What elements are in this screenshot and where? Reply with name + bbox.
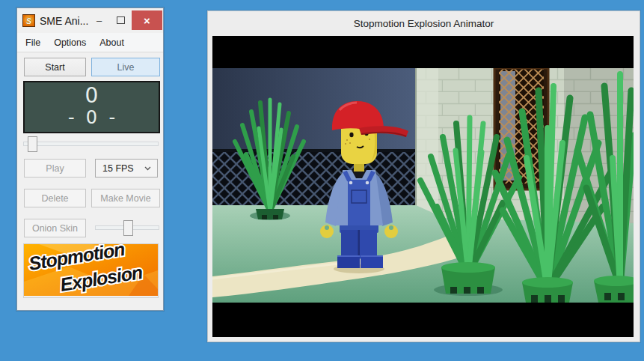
fps-select-value: 15 FPS xyxy=(96,163,144,174)
desktop: S SME Ani... – × File Options About Star… xyxy=(0,0,644,361)
delete-button[interactable]: Delete xyxy=(24,189,86,207)
make-movie-button[interactable]: Make Movie xyxy=(91,189,160,207)
menu-options[interactable]: Options xyxy=(47,33,93,52)
preview-window-title[interactable]: Stopmotion Explosion Animator xyxy=(208,11,640,36)
chevron-down-icon xyxy=(144,166,151,171)
menu-bar: File Options About xyxy=(17,33,163,52)
frame-counter-value: 0 xyxy=(25,84,159,108)
timeline-slider-thumb[interactable] xyxy=(28,136,37,152)
close-icon[interactable]: × xyxy=(132,10,162,30)
onion-skin-button[interactable]: Onion Skin xyxy=(24,219,86,237)
frame-counter-subvalue: - 0 - xyxy=(25,108,159,127)
onion-skin-slider-track[interactable] xyxy=(95,225,159,230)
menu-about[interactable]: About xyxy=(93,33,131,52)
timeline-slider-track[interactable] xyxy=(23,142,159,146)
menu-file[interactable]: File xyxy=(17,33,47,52)
left-title-bar[interactable]: S SME Ani... – × xyxy=(17,8,163,33)
minimize-icon[interactable]: – xyxy=(88,10,110,30)
start-button[interactable]: Start xyxy=(24,58,86,76)
onion-skin-slider-thumb[interactable] xyxy=(123,220,133,236)
left-window-title: SME Ani... xyxy=(40,15,88,27)
video-preview xyxy=(212,36,634,337)
letterbox-bottom xyxy=(212,303,634,337)
fps-select[interactable]: 15 FPS xyxy=(95,159,158,178)
letterbox-top xyxy=(212,36,634,68)
preview-window: Stopmotion Explosion Animator xyxy=(207,10,640,342)
play-button[interactable]: Play xyxy=(24,159,86,178)
stopmotion-scene xyxy=(212,36,634,337)
live-button[interactable]: Live xyxy=(91,58,160,76)
stopmotion-explosion-logo: Stopmotion Explosion xyxy=(23,243,159,298)
svg-text:S: S xyxy=(26,16,32,25)
maximize-icon[interactable] xyxy=(110,10,132,30)
app-icon: S xyxy=(22,14,35,27)
animator-tool-window: S SME Ani... – × File Options About Star… xyxy=(16,7,164,311)
frame-counter-display: 0 - 0 - xyxy=(23,81,160,133)
